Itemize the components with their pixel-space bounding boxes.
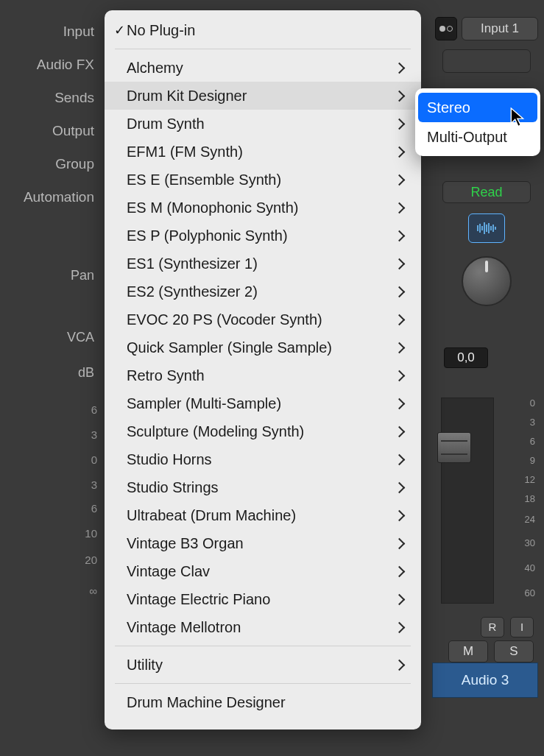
mute-button[interactable]: M [448,640,488,663]
pan-knob[interactable] [462,256,512,306]
menu-item-no-plugin[interactable]: No Plug-in [105,16,421,44]
menu-divider [115,49,411,49]
menu-item-es-p[interactable]: ES P (Polyphonic Synth) [105,222,421,250]
fader-cap[interactable] [437,432,471,463]
menu-item-sampler[interactable]: Sampler (Multi-Sample) [105,389,421,417]
menu-item-efm1[interactable]: EFM1 (FM Synth) [105,138,421,166]
menu-item-alchemy[interactable]: Alchemy [105,54,421,82]
audio-fx-slot[interactable] [442,49,531,73]
meter-scale: 0 3 6 9 12 18 24 30 40 60 [495,398,535,604]
instrument-output-submenu[interactable]: Stereo Multi-Output [415,88,540,156]
label-vca: VCA [0,319,103,355]
label-sends: Sends [0,81,103,114]
label-pan: Pan [0,258,103,293]
menu-item-drum-machine-designer[interactable]: Drum Machine Designer [105,688,421,716]
instrument-plugin-menu[interactable]: No Plug-in Alchemy Drum Kit Designer Dru… [105,10,421,729]
menu-item-es-e[interactable]: ES E (Ensemble Synth) [105,166,421,194]
menu-item-sculpture[interactable]: Sculpture (Modeling Synth) [105,417,421,445]
dot-icon [439,26,445,32]
menu-item-studio-strings[interactable]: Studio Strings [105,473,421,501]
menu-item-drum-kit-designer[interactable]: Drum Kit Designer [105,82,421,110]
menu-item-vintage-b3-organ[interactable]: Vintage B3 Organ [105,529,421,557]
menu-item-quick-sampler[interactable]: Quick Sampler (Single Sample) [105,333,421,361]
channel-labels: Input Audio FX Sends Output Group Automa… [0,0,103,390]
menu-divider [115,646,411,646]
r-button[interactable]: R [481,617,504,637]
label-output: Output [0,114,103,147]
submenu-item-multi-output[interactable]: Multi-Output [415,122,540,152]
label-group: Group [0,147,103,180]
fader-track[interactable] [441,398,494,604]
menu-item-utility[interactable]: Utility [105,651,421,679]
menu-item-studio-horns[interactable]: Studio Horns [105,445,421,473]
menu-item-vintage-electric-piano[interactable]: Vintage Electric Piano [105,585,421,613]
i-button[interactable]: I [510,617,534,637]
label-db: dB [0,355,103,390]
fader-area: 0 3 6 9 12 18 24 30 40 60 [438,398,534,611]
label-input: Input [0,15,103,48]
channel-strip: Input 1 Read 0,0 [435,0,538,368]
label-automation: Automation [0,180,103,213]
fader-left-scale: 6 3 0 3 6 10 20 ∞ [63,403,97,610]
submenu-item-stereo[interactable]: Stereo [418,93,537,122]
menu-divider [115,683,411,684]
waveform-icon-button[interactable] [468,213,505,243]
menu-item-vintage-clav[interactable]: Vintage Clav [105,557,421,585]
menu-item-es2[interactable]: ES2 (Synthesizer 2) [105,278,421,305]
menu-item-es-m[interactable]: ES M (Monophonic Synth) [105,194,421,222]
menu-item-vintage-mellotron[interactable]: Vintage Mellotron [105,613,421,641]
db-value-display[interactable]: 0,0 [444,347,488,368]
solo-button[interactable]: S [494,640,534,663]
label-audio-fx: Audio FX [0,48,103,81]
menu-item-drum-synth[interactable]: Drum Synth [105,110,421,138]
track-name-label[interactable]: Audio 3 [432,663,538,698]
waveform-icon [473,222,500,235]
input-format-indicator[interactable] [435,17,457,40]
ring-icon [447,26,453,32]
input-slot[interactable]: Input 1 [462,17,538,40]
automation-mode-button[interactable]: Read [442,181,531,203]
menu-item-es1[interactable]: ES1 (Synthesizer 1) [105,250,421,278]
menu-item-evoc-20-ps[interactable]: EVOC 20 PS (Vocoder Synth) [105,305,421,333]
menu-item-ultrabeat[interactable]: Ultrabeat (Drum Machine) [105,501,421,529]
menu-item-retro-synth[interactable]: Retro Synth [105,361,421,389]
